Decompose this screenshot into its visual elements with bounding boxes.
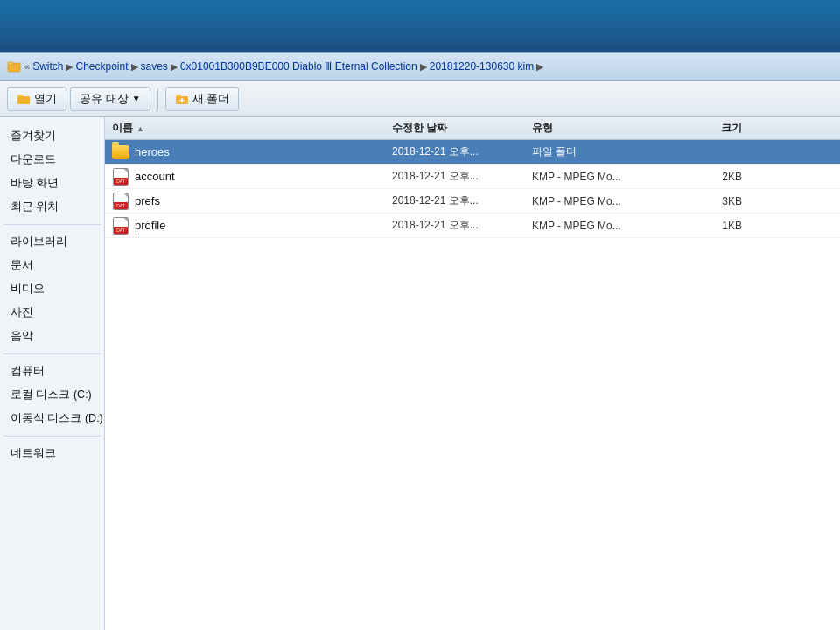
file-name: heroes <box>135 145 392 158</box>
sidebar-item-network[interactable]: 네트워크 <box>0 442 104 466</box>
breadcrumb-sep-2: ▶ <box>131 61 138 73</box>
file-name: account <box>135 170 392 183</box>
breadcrumb-back[interactable]: « <box>24 61 30 72</box>
file-date: 2018-12-21 오후... <box>392 218 532 233</box>
svg-rect-1 <box>8 62 13 65</box>
file-list-header: 이름 ▲ 수정한 날짜 유형 크기 <box>105 117 840 140</box>
file-date: 2018-12-21 오후... <box>392 193 532 208</box>
new-folder-label: 새 폴더 <box>192 91 230 107</box>
column-name[interactable]: 이름 ▲ <box>112 121 392 136</box>
sidebar-divider-3 <box>4 436 101 437</box>
sidebar-item-removable-d[interactable]: 이동식 디스크 (D:) <box>0 407 104 430</box>
share-button[interactable]: 공유 대상 ▼ <box>70 87 150 111</box>
breadcrumb-item-diablo[interactable]: 0x01001B300B9BE000 Diablo Ⅲ Eternal Coll… <box>180 60 417 73</box>
sidebar-item-music[interactable]: 음악 <box>0 325 104 348</box>
breadcrumb-sep-5: ▶ <box>536 61 543 73</box>
table-row[interactable]: prefs 2018-12-21 오후... KMP - MPEG Mo... … <box>105 189 840 214</box>
share-label: 공유 대상 <box>80 91 129 107</box>
new-folder-icon <box>175 92 189 106</box>
dat-icon <box>112 192 130 210</box>
sort-arrow-icon: ▲ <box>136 124 144 133</box>
dat-icon <box>112 168 130 186</box>
open-button[interactable]: 열기 <box>7 87 66 111</box>
table-row[interactable]: profile 2018-12-21 오후... KMP - MPEG Mo..… <box>105 214 840 238</box>
sidebar-item-recent[interactable]: 최근 위치 <box>0 195 104 219</box>
sidebar-item-downloads[interactable]: 다운로드 <box>0 148 104 172</box>
file-name: profile <box>135 219 392 232</box>
sidebar-item-documents[interactable]: 문서 <box>0 254 104 277</box>
open-icon <box>17 92 31 106</box>
breadcrumb-sep-3: ▶ <box>171 61 178 73</box>
sidebar: 즐겨찾기 다운로드 바탕 화면 최근 위치 라이브러리 문서 비디오 사진 음악… <box>0 117 105 630</box>
breadcrumb: « Switch ▶ Checkpoint ▶ saves ▶ 0x01001B… <box>24 60 543 73</box>
new-folder-button[interactable]: 새 폴더 <box>165 87 240 111</box>
file-date: 2018-12-21 오후... <box>392 169 532 184</box>
file-type: KMP - MPEG Mo... <box>532 171 672 183</box>
file-type: KMP - MPEG Mo... <box>532 195 672 207</box>
sidebar-item-local-c[interactable]: 로컬 디스크 (C:) <box>0 383 104 407</box>
column-size[interactable]: 크기 <box>672 121 742 136</box>
file-date: 2018-12-21 오후... <box>392 144 532 159</box>
file-name: prefs <box>135 194 392 207</box>
breadcrumb-item-saves[interactable]: saves <box>141 60 168 73</box>
file-size: 2KB <box>672 171 742 183</box>
toolbar: 열기 공유 대상 ▼ 새 폴더 <box>0 80 840 117</box>
breadcrumb-item-date[interactable]: 20181220-130630 kim <box>430 60 534 73</box>
file-size: 1KB <box>672 220 742 232</box>
sidebar-item-desktop[interactable]: 바탕 화면 <box>0 172 104 195</box>
table-row[interactable]: account 2018-12-21 오후... KMP - MPEG Mo..… <box>105 164 840 189</box>
breadcrumb-sep-4: ▶ <box>420 61 427 73</box>
file-size: 3KB <box>672 195 742 207</box>
breadcrumb-item-checkpoint[interactable]: Checkpoint <box>75 60 128 73</box>
toolbar-separator <box>158 88 158 109</box>
dat-icon <box>112 217 130 234</box>
column-date[interactable]: 수정한 날짜 <box>392 121 532 136</box>
sidebar-item-favorites[interactable]: 즐겨찾기 <box>0 124 104 148</box>
folder-nav-icon <box>7 60 21 74</box>
open-label: 열기 <box>34 91 57 107</box>
sidebar-divider-2 <box>4 354 101 354</box>
column-type[interactable]: 유형 <box>532 121 672 136</box>
top-bar <box>0 0 840 52</box>
sidebar-item-photos[interactable]: 사진 <box>0 301 104 325</box>
svg-rect-3 <box>18 96 30 104</box>
address-bar: « Switch ▶ Checkpoint ▶ saves ▶ 0x01001B… <box>0 52 840 80</box>
table-row[interactable]: heroes 2018-12-21 오후... 파일 폴더 <box>105 140 840 164</box>
sidebar-item-video[interactable]: 비디오 <box>0 277 104 301</box>
file-type: KMP - MPEG Mo... <box>532 220 672 232</box>
breadcrumb-item-switch[interactable]: Switch <box>32 60 63 73</box>
file-area: 이름 ▲ 수정한 날짜 유형 크기 heroes 2018-12-21 오후..… <box>105 117 840 630</box>
sidebar-item-computer[interactable]: 컴퓨터 <box>0 360 104 383</box>
breadcrumb-sep-1: ▶ <box>66 61 73 73</box>
sidebar-divider-1 <box>4 224 101 225</box>
main-layout: 즐겨찾기 다운로드 바탕 화면 최근 위치 라이브러리 문서 비디오 사진 음악… <box>0 117 840 630</box>
sidebar-item-library[interactable]: 라이브러리 <box>0 230 104 254</box>
file-type: 파일 폴더 <box>532 144 672 159</box>
folder-icon <box>112 144 130 161</box>
share-arrow-icon: ▼ <box>132 94 141 103</box>
